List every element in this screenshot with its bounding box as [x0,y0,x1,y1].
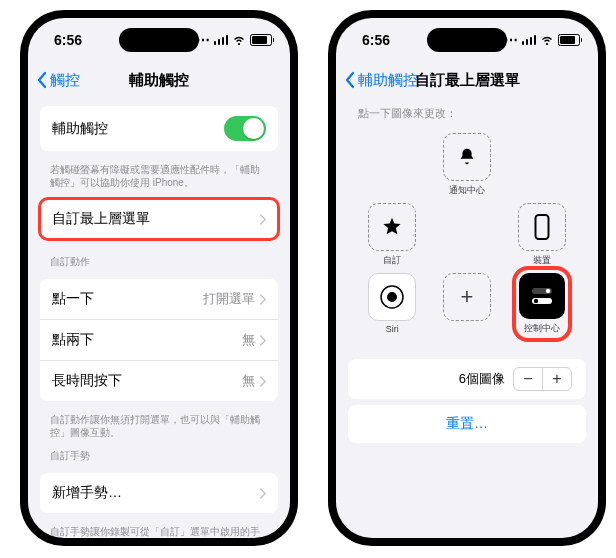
row-label: 新增手勢… [52,484,122,502]
back-button[interactable]: 觸控 [36,71,80,90]
battery-icon [250,34,272,46]
row-value: 無 [242,331,255,349]
chevron-right-icon [259,335,266,346]
icon-count-row: 6個圖像 − + [348,359,586,399]
star-icon [381,216,403,238]
svg-point-2 [387,292,397,302]
chevron-right-icon [259,214,266,225]
row-label: 自訂最上層選單 [52,210,150,228]
stepper: − + [513,367,572,391]
nav-bar: 觸控 輔助觸控 [28,62,290,98]
toggle-switch[interactable] [224,116,266,141]
row-label: 點一下 [52,290,94,308]
slot-device[interactable]: 裝置 [518,203,566,267]
new-gesture-row[interactable]: 新增手勢… [40,473,278,513]
highlighted-slot: 控制中心 [516,270,568,338]
chevron-left-icon [344,71,356,89]
stepper-plus[interactable]: + [542,368,571,390]
back-label: 觸控 [50,71,80,90]
control-center-icon [529,286,555,306]
footer-text: 自訂手勢讓你錄製可從「自訂」選單中啟用的手勢。 [28,521,290,538]
row-label: 長時間按下 [52,372,122,390]
nav-title: 自訂最上層選單 [415,71,520,90]
slot-label: 自訂 [383,254,401,267]
customize-top-menu-row[interactable]: 自訂最上層選單 [40,199,278,239]
stepper-minus[interactable]: − [514,368,542,390]
row-label: 點兩下 [52,331,94,349]
wifi-icon [232,35,246,45]
svg-rect-0 [535,215,548,239]
slot-siri[interactable]: Siri [368,273,416,335]
row-value: 無 [242,372,255,390]
signal-icon [214,35,229,45]
screen-left: 6:56 ⋯ 觸控 輔助觸控 輔助觸控 若觸碰螢幕有障礙或需要適應性配件時，「輔… [28,18,290,538]
section-header: 自訂手勢 [28,441,290,465]
siri-icon [379,284,405,310]
battery-icon [558,34,580,46]
chevron-right-icon [259,376,266,387]
svg-point-4 [545,289,549,293]
slot-custom[interactable]: 自訂 [368,203,416,267]
row-value: 打開選單 [203,290,255,308]
slot-notification[interactable]: 通知中心 [443,133,491,197]
footer-text: 若觸碰螢幕有障礙或需要適應性配件時，「輔助觸控」可以協助你使用 iPhone。 [28,159,290,191]
double-tap-row[interactable]: 點兩下 無 [40,319,278,360]
slot-label: Siri [386,324,399,334]
nav-bar: 輔助觸控 自訂最上層選單 [336,62,598,98]
hint-text: 點一下圖像來更改： [336,98,598,125]
svg-point-6 [533,299,537,303]
footer-text: 自訂動作讓你無須打開選單，也可以與「輔助觸控」圖像互動。 [28,409,290,441]
slot-label: 裝置 [533,254,551,267]
dynamic-island [427,28,507,52]
section-header: 自訂動作 [28,247,290,271]
back-button[interactable]: 輔助觸控 [344,71,418,90]
slot-label: 通知中心 [449,184,485,197]
status-time: 6:56 [54,32,82,48]
icon-grid: 通知中心 自訂 裝置 Siri + 控制中心 [336,125,598,351]
back-label: 輔助觸控 [358,71,418,90]
toggle-label: 輔助觸控 [52,120,108,138]
slot-add[interactable]: + [443,273,491,335]
phone-frame-right: 6:56 ⋯ 輔助觸控 自訂最上層選單 點一下圖像來更改： 通知中心 自訂 裝置… [328,10,606,546]
wifi-icon [540,35,554,45]
assistive-touch-toggle-row[interactable]: 輔助觸控 [40,106,278,151]
dynamic-island [119,28,199,52]
slot-control-center[interactable]: 控制中心 [519,273,565,335]
signal-icon [522,35,537,45]
status-time: 6:56 [362,32,390,48]
single-tap-row[interactable]: 點一下 打開選單 [40,279,278,319]
phone-icon [534,214,550,240]
screen-right: 6:56 ⋯ 輔助觸控 自訂最上層選單 點一下圖像來更改： 通知中心 自訂 裝置… [336,18,598,538]
long-press-row[interactable]: 長時間按下 無 [40,360,278,401]
phone-frame-left: 6:56 ⋯ 觸控 輔助觸控 輔助觸控 若觸碰螢幕有障礙或需要適應性配件時，「輔… [20,10,298,546]
nav-title: 輔助觸控 [129,71,189,90]
count-label: 6個圖像 [459,370,505,388]
chevron-right-icon [259,294,266,305]
reset-button[interactable]: 重置… [348,405,586,443]
slot-label: 控制中心 [524,322,560,335]
chevron-right-icon [259,488,266,499]
bell-icon [456,146,478,168]
chevron-left-icon [36,71,48,89]
plus-icon: + [443,273,491,321]
